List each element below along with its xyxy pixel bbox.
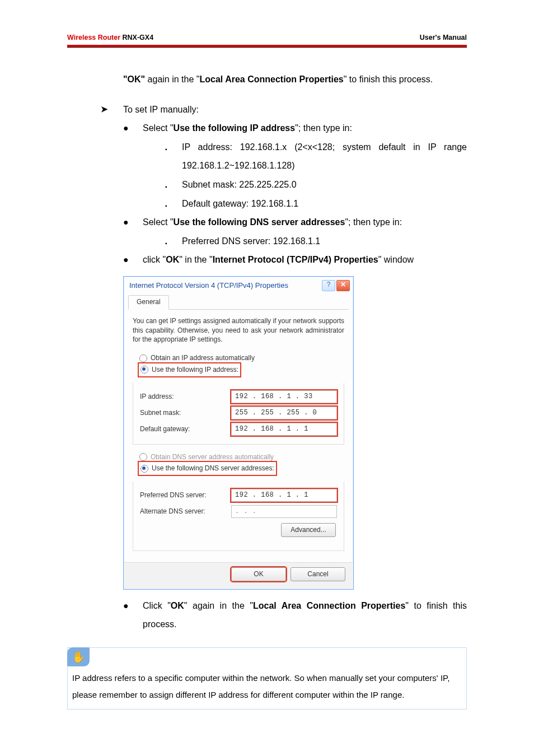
ip-fields-group: IP address: 192 . 168 . 1 . 33 Subnet ma… [133, 383, 344, 444]
dialog-titlebar: Internet Protocol Version 4 (TCP/IPv4) P… [124, 277, 353, 292]
b3-post: " window [378, 255, 414, 264]
square-marker: ▪ [165, 175, 182, 194]
b2-bold: Use the following DNS server addresses [174, 217, 345, 227]
header-left: Wireless Router RNX-GX4 [67, 34, 153, 41]
radio-label: Obtain DNS server address automatically [151, 452, 274, 462]
b2-pre: Select " [143, 217, 174, 227]
hand-icon: ✋ [67, 647, 90, 666]
row-preferred-dns: Preferred DNS server: 192 . 168 . 1 . 1 [140, 487, 337, 503]
tabstrip: General [128, 295, 349, 310]
radio-label: Use the following DNS server addresses: [152, 464, 274, 473]
sub-body: Subnet mask: 225.225.225.0 [182, 175, 467, 194]
brand-text: Wireless Router [67, 34, 120, 41]
input-preferred-dns[interactable]: 192 . 168 . 1 . 1 [231, 489, 337, 502]
note-box: ✋ IP address refers to a specific comput… [67, 647, 467, 710]
radio-label: Use the following IP address: [152, 365, 238, 375]
advanced-row: Advanced... [140, 520, 337, 544]
b3-bold: Internet Protocol (TCP/IPv4) Properties [213, 255, 378, 264]
label-preferred-dns: Preferred DNS server: [140, 491, 207, 500]
bullet-body: Select "Use the following DNS server add… [143, 213, 467, 232]
input-alternate-dns[interactable]: . . . [231, 505, 337, 518]
sub-body: IP address: 192.168.1.x (2<x<128; system… [182, 138, 467, 175]
ok-button[interactable]: OK [231, 567, 286, 581]
label-subnet-mask: Subnet mask: [140, 408, 181, 418]
b1-pre: Select " [143, 123, 174, 133]
bullet-click-ok-ipv4: ● click "OK" in the "Internet Protocol (… [123, 250, 467, 269]
sub-preferred-dns: ▪ Preferred DNS server: 192.168.1.1 [165, 232, 467, 251]
sub-subnet-mask: ▪ Subnet mask: 225.225.225.0 [165, 175, 467, 194]
note-text: IP address refers to a specific computer… [68, 666, 466, 709]
input-default-gateway[interactable]: 192 . 168 . 1 . 1 [231, 423, 337, 436]
header-right: User's Manual [420, 34, 467, 41]
dialog-title: Internet Protocol Version 4 (TCP/IPv4) P… [129, 281, 288, 291]
intro-end: " to finish this process. [344, 74, 433, 84]
disc-marker: ● [123, 596, 143, 634]
radio-icon [140, 465, 148, 473]
disc-marker: ● [123, 213, 143, 232]
intro-ok: "OK" [123, 74, 145, 84]
sub-body: Preferred DNS server: 192.168.1.1 [182, 232, 467, 251]
advanced-button[interactable]: Advanced... [281, 523, 336, 537]
b3-ok: OK [166, 255, 179, 264]
bullet-body: Select "Use the following IP address"; t… [143, 119, 467, 138]
arrow-marker: ➤ [101, 100, 123, 119]
manual-lead: To set IP manually: [123, 100, 199, 119]
label-ip-address: IP address: [140, 392, 174, 402]
page-header: Wireless Router RNX-GX4 User's Manual [0, 34, 534, 41]
disc-marker: ● [123, 119, 143, 138]
bullet-use-dns: ● Select "Use the following DNS server a… [123, 213, 467, 232]
disc-marker: ● [123, 250, 143, 269]
dialog-description: You can get IP settings assigned automat… [133, 316, 344, 344]
radio-use-following-ip[interactable]: Use the following IP address: [139, 364, 240, 376]
input-subnet-mask[interactable]: 255 . 255 . 255 . 0 [231, 407, 337, 419]
b4-pre: Click " [143, 601, 171, 610]
b4-ok: OK [171, 601, 184, 610]
square-marker: ▪ [165, 232, 182, 251]
help-button[interactable]: ? [322, 280, 335, 291]
page: Wireless Router RNX-GX4 User's Manual "O… [0, 0, 534, 743]
row-default-gateway: Default gateway: 192 . 168 . 1 . 1 [140, 421, 337, 437]
label-default-gateway: Default gateway: [140, 424, 190, 434]
radio-use-following-dns[interactable]: Use the following DNS server addresses: [139, 463, 275, 474]
intro-mid: again in the " [145, 74, 199, 84]
row-alternate-dns: Alternate DNS server: . . . [140, 503, 337, 520]
close-button[interactable]: ✕ [336, 280, 350, 291]
square-marker: ▪ [165, 138, 182, 175]
bullet-use-ip: ● Select "Use the following IP address";… [123, 119, 467, 138]
dialog-button-row: OK Cancel [124, 562, 353, 589]
ip-mode-group: Obtain an IP address automatically Use t… [133, 352, 344, 376]
b4-bold: Local Area Connection Properties [253, 601, 405, 610]
b4-mid: " again in the " [184, 601, 253, 610]
content: "OK" again in the "Local Area Connection… [0, 48, 534, 634]
input-ip-address[interactable]: 192 . 168 . 1 . 33 [231, 390, 337, 403]
tcpip-properties-dialog: Internet Protocol Version 4 (TCP/IPv4) P… [123, 276, 354, 590]
manual-lead-row: ➤ To set IP manually: [101, 100, 467, 119]
b3-pre: click " [143, 255, 166, 264]
bullet-body: click "OK" in the "Internet Protocol (TC… [143, 250, 467, 269]
intro-line: "OK" again in the "Local Area Connection… [123, 70, 467, 89]
radio-label: Obtain an IP address automatically [151, 353, 255, 363]
radio-icon [139, 354, 147, 362]
row-ip-address: IP address: 192 . 168 . 1 . 33 [140, 389, 337, 405]
square-marker: ▪ [165, 194, 182, 213]
tab-body: You can get IP settings assigned automat… [124, 310, 353, 562]
model-text: RNX-GX4 [120, 34, 153, 41]
sub-ip-address: ▪ IP address: 192.168.1.x (2<x<128; syst… [165, 138, 467, 175]
dns-mode-group: Obtain DNS server address automatically … [133, 451, 344, 475]
radio-icon [140, 366, 148, 374]
radio-obtain-ip-auto[interactable]: Obtain an IP address automatically [139, 352, 338, 364]
b1-post: "; then type in: [295, 123, 352, 133]
tab-general[interactable]: General [128, 295, 169, 310]
sub-body: Default gateway: 192.168.1.1 [182, 194, 467, 213]
cancel-button[interactable]: Cancel [291, 567, 345, 581]
bullet-body: Click "OK" again in the "Local Area Conn… [143, 596, 467, 634]
b1-bold: Use the following IP address [174, 123, 296, 133]
sub-default-gateway: ▪ Default gateway: 192.168.1.1 [165, 194, 467, 213]
dns-fields-group: Preferred DNS server: 192 . 168 . 1 . 1 … [133, 482, 344, 550]
radio-icon [139, 453, 147, 461]
row-subnet-mask: Subnet mask: 255 . 255 . 255 . 0 [140, 405, 337, 421]
radio-obtain-dns-auto: Obtain DNS server address automatically [139, 451, 338, 463]
window-buttons: ? ✕ [322, 280, 350, 291]
label-alternate-dns: Alternate DNS server: [140, 507, 205, 516]
dialog-figure: Internet Protocol Version 4 (TCP/IPv4) P… [123, 276, 467, 590]
